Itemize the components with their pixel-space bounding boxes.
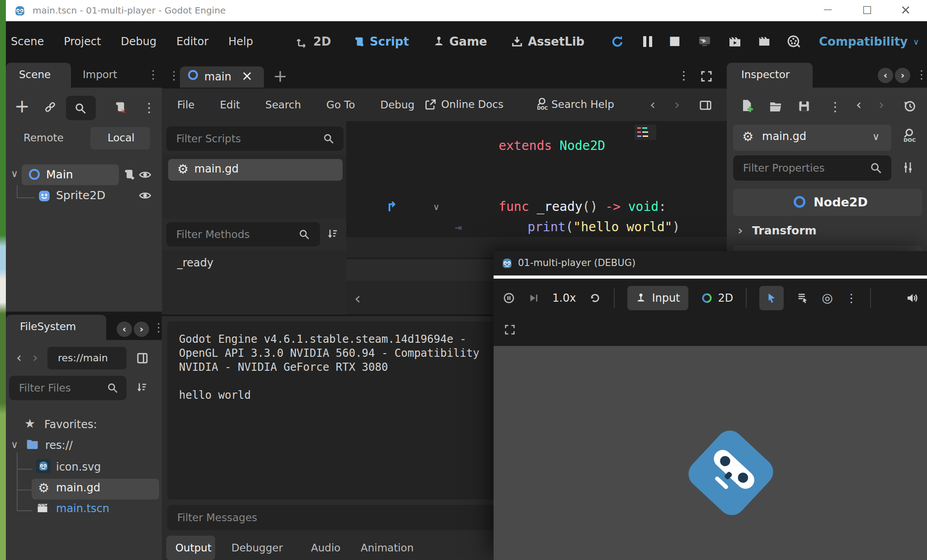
favorites-label[interactable]: Favorites: xyxy=(44,418,97,431)
fs-collapse-icon[interactable]: ∨ xyxy=(11,439,18,450)
select-cursor-button[interactable] xyxy=(759,286,784,310)
movie-clapper-icon[interactable] xyxy=(758,34,771,48)
tree-node-sprite2d-label[interactable]: Sprite2D xyxy=(56,189,105,202)
speed-scale-label[interactable]: 1.0x xyxy=(552,292,576,304)
search-help-button[interactable]: Search Help xyxy=(551,98,614,110)
inspector-forward-icon[interactable]: › xyxy=(879,97,884,112)
visibility-eye-icon[interactable] xyxy=(138,189,152,202)
distraction-free-icon[interactable] xyxy=(700,70,713,83)
inspector-back-icon[interactable]: ‹ xyxy=(856,97,861,112)
close-button[interactable]: × xyxy=(900,2,911,17)
dock-move-left-icon[interactable]: ‹ xyxy=(117,322,132,337)
method-list-item[interactable]: _ready xyxy=(177,257,213,269)
menu-editor[interactable]: Editor xyxy=(176,35,208,48)
script-menu-debug[interactable]: Debug xyxy=(381,99,415,111)
save-icon[interactable] xyxy=(797,99,811,113)
sprite2d-icon xyxy=(38,190,51,202)
list-select-icon[interactable] xyxy=(796,292,809,304)
reset-speed-icon[interactable] xyxy=(588,292,601,304)
visibility-eye-icon[interactable] xyxy=(138,168,152,182)
fs-forward-icon[interactable]: › xyxy=(33,350,38,365)
suspend-icon[interactable] xyxy=(503,292,515,304)
script-history-forward-icon[interactable]: › xyxy=(674,97,680,112)
tab-debugger[interactable]: Debugger xyxy=(231,542,283,554)
tab-import[interactable]: Import xyxy=(83,69,117,80)
game-window[interactable]: 01-multi-player (DEBUG) 1.0x Input 2D ◎ … xyxy=(494,251,927,560)
menu-scene[interactable]: Scene xyxy=(11,35,44,48)
workspace-assetlib[interactable]: AssetLib xyxy=(511,21,584,62)
camera-override-icon[interactable]: ◎ xyxy=(822,290,833,305)
fs-back-icon[interactable]: ‹ xyxy=(16,350,22,365)
script-menu-file[interactable]: File xyxy=(177,99,195,111)
fold-chevron-icon[interactable]: ∨ xyxy=(433,201,440,212)
scripts-panel-toggle-icon[interactable] xyxy=(699,98,712,112)
maximize-button[interactable]: □ xyxy=(862,4,872,15)
load-resource-folder-icon[interactable] xyxy=(768,99,783,114)
tab-animation[interactable]: Animation xyxy=(361,542,414,554)
script-menu-search[interactable]: Search xyxy=(265,99,301,111)
minimize-button[interactable]: — xyxy=(823,4,832,14)
menu-project[interactable]: Project xyxy=(64,35,101,48)
script-menu-edit[interactable]: Edit xyxy=(220,99,240,111)
property-tools-icon[interactable] xyxy=(901,161,915,174)
movie-maker-reel-icon[interactable] xyxy=(786,34,801,49)
detach-script-icon[interactable]: ✕ xyxy=(114,100,127,114)
tab-audio[interactable]: Audio xyxy=(311,542,340,554)
stop-button[interactable]: ■ xyxy=(669,33,681,47)
online-docs-button[interactable]: Online Docs xyxy=(441,98,503,110)
favorites-star-icon: ★ xyxy=(24,416,35,430)
play-remote-debug-icon[interactable] xyxy=(697,34,712,49)
resource-dropdown-icon[interactable]: ∨ xyxy=(872,131,880,142)
dock-move-left-icon[interactable]: ‹ xyxy=(878,68,893,83)
game-toolbar-menu-icon[interactable]: ⋮ xyxy=(846,291,857,305)
section-transform[interactable]: Transform xyxy=(752,224,817,237)
attached-script-icon[interactable] xyxy=(123,168,136,181)
renderer-selector[interactable]: Compatibility ∨ xyxy=(819,21,919,62)
scene-tabs-list-icon[interactable]: ⋮ xyxy=(168,69,180,82)
workspace-game[interactable]: Game xyxy=(433,21,487,62)
workspace-script[interactable]: Script xyxy=(353,21,409,62)
scene-tree-menu-icon[interactable]: ⋮ xyxy=(143,100,155,115)
input-mode-button[interactable]: Input xyxy=(627,286,688,310)
methods-sort-icon[interactable] xyxy=(326,228,339,240)
fs-split-mode-icon[interactable] xyxy=(136,351,149,365)
script-menu-goto[interactable]: Go To xyxy=(326,99,355,111)
game-viewport[interactable] xyxy=(494,346,927,560)
editor-layout-menu-icon[interactable]: ⋮ xyxy=(678,69,690,82)
dock-move-right-icon[interactable]: › xyxy=(134,322,149,337)
file-main-tscn[interactable]: main.tscn xyxy=(56,502,109,515)
workspace-2d[interactable]: 2D xyxy=(296,21,331,62)
new-resource-icon[interactable] xyxy=(739,98,754,113)
filter-scripts-input[interactable] xyxy=(166,126,344,151)
2d-mode-button[interactable]: 2D xyxy=(701,292,734,304)
embed-expand-icon[interactable] xyxy=(503,323,516,336)
instance-scene-link-icon[interactable] xyxy=(43,100,57,114)
script-docs-search-icon[interactable]: DOC xyxy=(899,127,916,144)
add-node-button[interactable]: + xyxy=(14,96,30,117)
file-icon-svg[interactable]: icon.svg xyxy=(56,461,101,473)
code-editor[interactable]: 1 extends Node2D 2 3 ↱ 4 ∨ func _ready()… xyxy=(346,121,727,259)
collapse-scripts-panel-icon[interactable]: ‹ xyxy=(354,289,361,308)
pause-button[interactable] xyxy=(642,36,654,47)
menu-debug[interactable]: Debug xyxy=(121,35,156,48)
tree-collapse-icon[interactable]: ∨ xyxy=(11,168,18,179)
history-icon[interactable] xyxy=(902,98,917,113)
filter-properties-input[interactable] xyxy=(733,155,891,181)
script-history-back-icon[interactable]: ‹ xyxy=(650,97,655,112)
inspector-tabbar-menu-icon[interactable]: ⋮ xyxy=(916,68,927,81)
scene-tabbar-menu-icon[interactable]: ⋮ xyxy=(147,68,159,81)
fs-root-label[interactable]: res:// xyxy=(45,439,73,452)
play-movie-scene-icon[interactable] xyxy=(728,34,742,49)
filter-methods-input[interactable] xyxy=(166,222,320,247)
scene-tab-close-icon[interactable]: × xyxy=(241,68,253,84)
menu-help[interactable]: Help xyxy=(228,35,253,48)
mute-speaker-icon[interactable] xyxy=(905,291,919,305)
remote-mode-button[interactable]: Remote xyxy=(24,132,64,144)
dock-move-right-icon[interactable]: › xyxy=(895,68,910,83)
next-frame-icon[interactable] xyxy=(528,292,540,304)
resource-selector[interactable] xyxy=(733,125,891,151)
fs-sort-icon[interactable] xyxy=(136,381,148,394)
add-scene-tab-button[interactable]: + xyxy=(273,66,287,86)
restart-button[interactable] xyxy=(609,33,626,50)
inspector-extra-menu-icon[interactable]: ⋮ xyxy=(829,99,842,114)
